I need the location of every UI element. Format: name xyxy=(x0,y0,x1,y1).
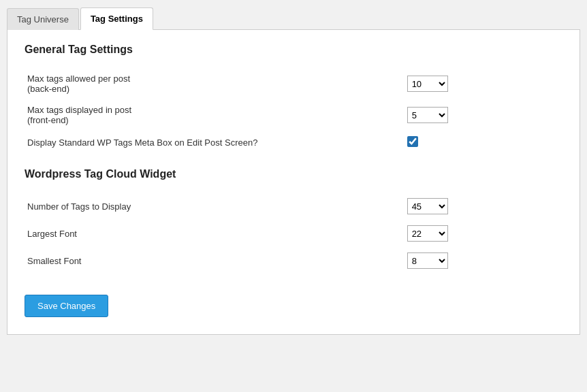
max-tags-frontend-select[interactable]: 1 2 3 4 5 6 7 8 9 10 xyxy=(407,107,448,123)
table-row: Display Standard WP Tags Meta Box on Edi… xyxy=(25,131,562,154)
smallest-font-label: Smallest Font xyxy=(25,247,404,274)
table-row: Number of Tags to Display 10 15 20 25 30… xyxy=(25,193,562,220)
number-of-tags-select[interactable]: 10 15 20 25 30 35 40 45 50 xyxy=(407,198,448,214)
table-row: Largest Font 14 16 18 20 22 24 26 28 xyxy=(25,220,562,247)
save-button[interactable]: Save Changes xyxy=(25,295,108,317)
smallest-font-select[interactable]: 6 7 8 9 10 11 12 xyxy=(407,252,448,269)
largest-font-select[interactable]: 14 16 18 20 22 24 26 28 xyxy=(407,225,448,242)
max-tags-backend-select[interactable]: 5 10 15 20 25 xyxy=(407,76,448,92)
max-tags-backend-label: Max tags allowed per post(back-end) xyxy=(25,68,404,99)
general-settings-table: Max tags allowed per post(back-end) 5 10… xyxy=(25,68,562,154)
widget-section-title: Wordpress Tag Cloud Widget xyxy=(25,168,562,180)
smallest-font-field: 6 7 8 9 10 11 12 xyxy=(404,247,562,274)
max-tags-backend-field: 5 10 15 20 25 xyxy=(404,68,562,99)
display-standard-wp-field xyxy=(404,131,562,154)
max-tags-frontend-field: 1 2 3 4 5 6 7 8 9 10 xyxy=(404,99,562,131)
display-standard-wp-label: Display Standard WP Tags Meta Box on Edi… xyxy=(25,131,404,154)
largest-font-field: 14 16 18 20 22 24 26 28 xyxy=(404,220,562,247)
general-section: General Tag Settings Max tags allowed pe… xyxy=(25,44,562,154)
tabs-bar: Tag Universe Tag Settings xyxy=(7,7,580,30)
tab-tag-universe[interactable]: Tag Universe xyxy=(7,8,79,30)
tab-tag-universe-label: Tag Universe xyxy=(17,14,69,24)
tab-tag-settings-label: Tag Settings xyxy=(91,14,143,24)
tab-tag-settings[interactable]: Tag Settings xyxy=(80,7,153,30)
content-area: General Tag Settings Max tags allowed pe… xyxy=(7,30,580,335)
display-standard-wp-checkbox[interactable] xyxy=(407,136,418,147)
page-wrapper: Tag Universe Tag Settings General Tag Se… xyxy=(0,0,587,342)
table-row: Smallest Font 6 7 8 9 10 11 12 xyxy=(25,247,562,274)
number-of-tags-label: Number of Tags to Display xyxy=(25,193,404,220)
general-section-title: General Tag Settings xyxy=(25,44,562,56)
largest-font-label: Largest Font xyxy=(25,220,404,247)
widget-settings-table: Number of Tags to Display 10 15 20 25 30… xyxy=(25,193,562,274)
number-of-tags-field: 10 15 20 25 30 35 40 45 50 xyxy=(404,193,562,220)
widget-section: Wordpress Tag Cloud Widget Number of Tag… xyxy=(25,168,562,274)
table-row: Max tags allowed per post(back-end) 5 10… xyxy=(25,68,562,99)
table-row: Max tags displayed in post(front-end) 1 … xyxy=(25,99,562,131)
max-tags-frontend-label: Max tags displayed in post(front-end) xyxy=(25,99,404,131)
